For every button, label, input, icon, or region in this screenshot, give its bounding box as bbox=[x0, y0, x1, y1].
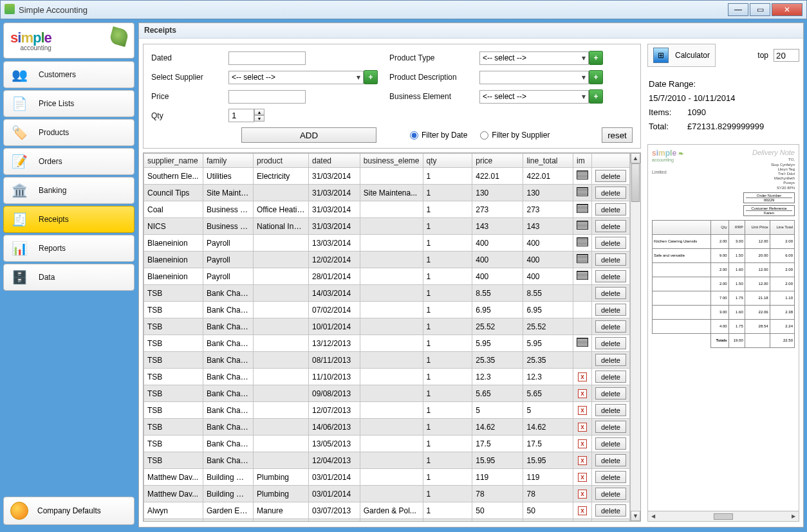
table-row[interactable]: Matthew Dav...Building Mate...Plumbing03… bbox=[144, 486, 630, 502]
table-row[interactable]: TSBBank Charges12/07/2013155xdelete bbox=[144, 402, 630, 419]
scroll-down-button[interactable]: ▼ bbox=[631, 511, 640, 521]
col-dated[interactable]: dated bbox=[309, 154, 360, 168]
add-supplier-button[interactable]: + bbox=[364, 70, 378, 84]
sidebar-item-banking[interactable]: 🏛️Banking bbox=[3, 177, 134, 204]
table-row[interactable]: CoalBusiness FeesOffice Heating31/03/201… bbox=[144, 201, 630, 218]
delete-button[interactable]: delete bbox=[595, 471, 626, 483]
price-input[interactable] bbox=[228, 90, 306, 104]
maximize-button[interactable]: ▭ bbox=[750, 3, 770, 16]
filter-by-supplier-radio[interactable]: Filter by Supplier bbox=[480, 131, 550, 140]
sidebar-item-receipts[interactable]: 🧾Receipts bbox=[3, 206, 134, 233]
add-product-type-button[interactable]: + bbox=[589, 51, 603, 65]
preview-horizontal-scrollbar[interactable]: ◀ ▶ bbox=[648, 511, 799, 521]
product-type-select[interactable]: <-- select --> bbox=[479, 51, 589, 65]
qty-down[interactable]: ▼ bbox=[254, 115, 264, 122]
sidebar-nav: 👥Customers📄Price Lists🏷️Products📝Orders🏛… bbox=[3, 61, 134, 291]
col-product[interactable]: product bbox=[254, 154, 309, 168]
preview-scroll-left[interactable]: ◀ bbox=[648, 511, 658, 522]
delete-button[interactable]: delete bbox=[595, 304, 626, 316]
qty-up[interactable]: ▲ bbox=[254, 109, 264, 115]
table-row[interactable]: TSBBank Charges12/04/2013115.9515.95xdel… bbox=[144, 452, 630, 469]
table-row[interactable]: TSBBank Charges13/05/2013117.517.5xdelet… bbox=[144, 436, 630, 452]
vertical-scrollbar[interactable]: ▲ ▼ bbox=[630, 153, 640, 521]
delete-button[interactable]: delete bbox=[595, 404, 626, 416]
table-row[interactable]: NICSBusiness FeesNational Insur...31/03/… bbox=[144, 218, 630, 235]
table-row[interactable]: AlwynGarden Equi...Manure03/07/2013Garde… bbox=[144, 502, 630, 519]
sidebar-item-reports[interactable]: 📊Reports bbox=[3, 235, 134, 262]
table-row[interactable]: TSBBank Charges14/06/2013114.6214.62xdel… bbox=[144, 419, 630, 436]
table-row[interactable]: Supplies GroupConsumablesInks01/08/20131… bbox=[144, 519, 630, 522]
sidebar-item-price-lists-icon: 📄 bbox=[9, 93, 30, 114]
col-family[interactable]: family bbox=[203, 154, 254, 168]
delete-button[interactable]: delete bbox=[595, 387, 626, 399]
table-row[interactable]: TSBBank Charges10/01/2014125.5225.52dele… bbox=[144, 318, 630, 335]
reset-button[interactable]: reset bbox=[602, 127, 633, 143]
qty-stepper[interactable]: ▲▼ bbox=[228, 109, 364, 122]
sidebar-item-data[interactable]: 🗄️Data bbox=[3, 264, 134, 291]
table-row[interactable]: Matthew Dav...Building Mate...Plumbing03… bbox=[144, 469, 630, 486]
close-button[interactable]: ✕ bbox=[772, 3, 802, 16]
receipts-table[interactable]: supplier_namefamilyproductdatedbusiness_… bbox=[144, 153, 630, 521]
delete-button[interactable]: delete bbox=[595, 371, 626, 383]
table-row[interactable]: TSBBank Charges11/10/2013112.312.3xdelet… bbox=[144, 369, 630, 385]
minimize-button[interactable]: — bbox=[728, 3, 748, 16]
delete-button[interactable]: delete bbox=[595, 354, 626, 366]
sidebar-item-products[interactable]: 🏷️Products bbox=[3, 119, 134, 146]
table-row[interactable]: TSBBank Charges14/03/201418.558.55delete bbox=[144, 285, 630, 302]
filter-by-date-radio[interactable]: Filter by Date bbox=[410, 131, 467, 140]
table-row[interactable]: TSBBank Charges08/11/2013125.3525.35dele… bbox=[144, 352, 630, 369]
preview-scroll-right[interactable]: ▶ bbox=[788, 511, 799, 522]
sidebar-item-orders[interactable]: 📝Orders bbox=[3, 148, 134, 175]
table-row[interactable]: Southern Ele...UtilitiesElectricity31/03… bbox=[144, 168, 630, 185]
delete-button[interactable]: delete bbox=[595, 187, 626, 199]
dated-input[interactable] bbox=[228, 51, 306, 65]
sidebar-item-customers[interactable]: 👥Customers bbox=[3, 61, 134, 88]
sidebar-item-price-lists[interactable]: 📄Price Lists bbox=[3, 90, 134, 117]
col-price[interactable]: price bbox=[472, 154, 523, 168]
sidebar-item-banking-icon: 🏛️ bbox=[9, 180, 30, 201]
delete-button[interactable]: delete bbox=[595, 253, 626, 266]
delete-button[interactable]: delete bbox=[595, 203, 626, 216]
delete-button[interactable]: delete bbox=[595, 454, 626, 466]
main-panel: Receipts Dated Product Type <-- select -… bbox=[138, 23, 804, 527]
delete-button[interactable]: delete bbox=[595, 437, 626, 450]
col-business_eleme[interactable]: business_eleme bbox=[360, 154, 423, 168]
delete-button[interactable]: delete bbox=[595, 270, 626, 282]
top-input[interactable] bbox=[774, 49, 799, 62]
delete-button[interactable]: delete bbox=[595, 488, 626, 500]
add-product-desc-button[interactable]: + bbox=[589, 70, 603, 84]
qty-input[interactable] bbox=[228, 109, 254, 122]
supplier-select[interactable]: <-- select --> bbox=[228, 71, 364, 84]
table-row[interactable]: Council TipsSite Mainten...31/03/2014Sit… bbox=[144, 185, 630, 201]
product-desc-select[interactable] bbox=[479, 71, 589, 84]
delete-button[interactable]: delete bbox=[595, 421, 626, 433]
add-button[interactable]: ADD bbox=[241, 127, 376, 143]
col-qty[interactable]: qty bbox=[423, 154, 472, 168]
sidebar-item-reports-icon: 📊 bbox=[9, 238, 30, 259]
table-row[interactable]: TSBBank Charges13/12/201315.955.95delete bbox=[144, 335, 630, 352]
table-row[interactable]: TSBBank Charges09/08/201315.655.65xdelet… bbox=[144, 385, 630, 402]
table-row[interactable]: BlaeneinionPayroll13/03/20141400400delet… bbox=[144, 235, 630, 252]
table-row[interactable]: BlaeneinionPayroll12/02/20141400400delet… bbox=[144, 252, 630, 268]
delete-button[interactable]: delete bbox=[595, 504, 626, 517]
delete-button[interactable]: delete bbox=[595, 287, 626, 299]
business-element-select[interactable]: <-- select --> bbox=[479, 90, 589, 104]
col-action[interactable] bbox=[591, 154, 629, 168]
scroll-up-button[interactable]: ▲ bbox=[631, 153, 640, 163]
table-row[interactable]: BlaeneinionPayroll28/01/20141400400delet… bbox=[144, 268, 630, 285]
col-line_total[interactable]: line_total bbox=[523, 154, 573, 168]
col-supplier_name[interactable]: supplier_name bbox=[144, 154, 203, 168]
delete-button[interactable]: delete bbox=[595, 220, 626, 232]
delete-button[interactable]: delete bbox=[595, 337, 626, 349]
window-titlebar: Simple Accounting — ▭ ✕ bbox=[0, 0, 807, 19]
delete-button[interactable]: delete bbox=[595, 320, 626, 333]
delete-button[interactable]: delete bbox=[595, 170, 626, 182]
add-business-element-button[interactable]: + bbox=[589, 89, 603, 104]
col-im[interactable]: im bbox=[573, 154, 591, 168]
scroll-thumb[interactable] bbox=[631, 163, 640, 202]
table-row[interactable]: TSBBank Charges07/02/201416.956.95delete bbox=[144, 302, 630, 318]
preview-scroll-thumb[interactable] bbox=[714, 513, 733, 520]
delete-button[interactable]: delete bbox=[595, 237, 626, 249]
company-defaults-button[interactable]: Company Defaults bbox=[3, 497, 134, 525]
calculator-button[interactable]: ⊞ Calculator bbox=[647, 44, 716, 67]
